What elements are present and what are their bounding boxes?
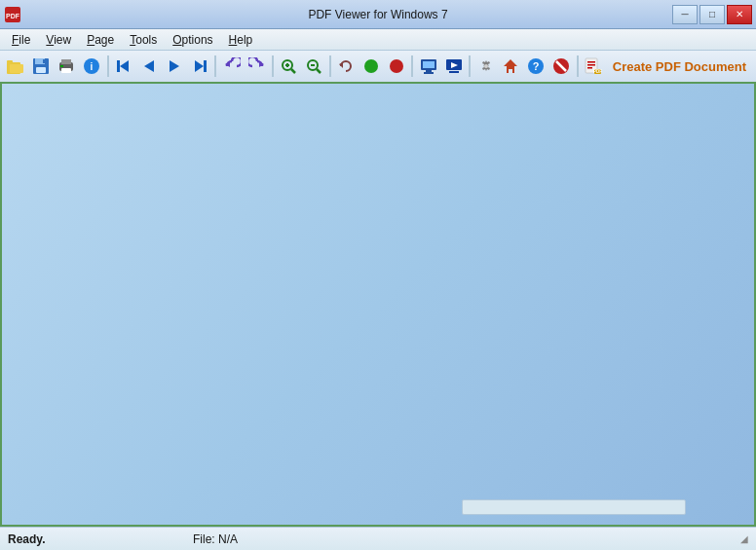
rotate-left-button[interactable]: [334, 54, 359, 79]
svg-rect-7: [36, 67, 46, 73]
svg-point-32: [390, 59, 403, 73]
window-controls: ─ □ ✕: [672, 5, 752, 24]
svg-line-29: [317, 69, 321, 73]
separator-1: [107, 55, 109, 77]
svg-rect-34: [423, 61, 435, 68]
svg-text:PDF: PDF: [6, 13, 20, 19]
title-text: PDF Viewer for Windows 7: [0, 8, 756, 21]
forward-button[interactable]: [162, 54, 186, 79]
svg-marker-16: [120, 60, 129, 72]
menu-view[interactable]: View: [38, 31, 79, 49]
home-button[interactable]: [499, 54, 523, 79]
svg-point-31: [364, 59, 378, 73]
menu-bar: File View Page Tools Options Help: [0, 29, 756, 51]
separator-6: [469, 55, 471, 77]
separator-7: [577, 55, 579, 77]
svg-marker-18: [170, 60, 179, 72]
last-page-button[interactable]: [187, 54, 211, 79]
svg-rect-4: [10, 64, 23, 73]
menu-page[interactable]: Page: [79, 31, 122, 49]
svg-rect-36: [424, 72, 434, 74]
svg-text:PDF: PDF: [593, 69, 602, 74]
restore-button[interactable]: □: [699, 5, 725, 24]
svg-rect-10: [61, 59, 71, 64]
svg-rect-39: [449, 71, 459, 73]
separator-5: [411, 55, 413, 77]
svg-rect-48: [587, 64, 595, 66]
fullscreen-button[interactable]: [416, 54, 440, 79]
separator-4: [329, 55, 331, 77]
status-file-text: File: N/A: [193, 532, 563, 546]
first-page-button[interactable]: [112, 54, 136, 79]
menu-tools[interactable]: Tools: [122, 31, 165, 49]
svg-rect-11: [61, 68, 71, 73]
menu-options[interactable]: Options: [165, 31, 220, 49]
title-bar: PDF PDF Viewer for Windows 7 ─ □ ✕: [0, 0, 756, 29]
info-button[interactable]: i: [80, 54, 104, 79]
svg-text:i: i: [91, 61, 94, 72]
open-button[interactable]: [4, 54, 28, 79]
svg-rect-47: [587, 61, 595, 63]
svg-rect-8: [43, 59, 45, 63]
svg-rect-19: [204, 60, 207, 72]
svg-rect-49: [587, 67, 592, 69]
scroll-indicator: [462, 499, 686, 515]
svg-line-26: [291, 69, 295, 73]
svg-point-40: [484, 64, 488, 68]
svg-marker-20: [195, 60, 204, 72]
cancel-button[interactable]: [549, 54, 574, 79]
svg-marker-17: [144, 60, 154, 72]
settings-button[interactable]: [473, 54, 498, 79]
menu-help[interactable]: Help: [221, 31, 261, 49]
redo-button[interactable]: [245, 54, 269, 79]
help-button[interactable]: ?: [524, 54, 548, 79]
save-button[interactable]: [29, 54, 54, 79]
status-bar: Ready. File: N/A ◢: [0, 527, 756, 550]
menu-file[interactable]: File: [4, 31, 38, 49]
svg-rect-15: [117, 60, 120, 72]
toolbar: i: [0, 51, 756, 84]
svg-marker-41: [504, 59, 517, 73]
pdf-small-button[interactable]: PDF: [582, 54, 606, 79]
resize-grip-icon: ◢: [563, 533, 748, 544]
undo-button[interactable]: [219, 54, 244, 79]
print-button[interactable]: [55, 54, 79, 79]
app-icon: PDF: [4, 6, 21, 23]
separator-3: [272, 55, 274, 77]
svg-rect-3: [7, 60, 13, 63]
stop-circle-button[interactable]: [385, 54, 409, 79]
slideshow-button[interactable]: [441, 54, 466, 79]
main-area: [0, 84, 756, 527]
status-ready-text: Ready.: [8, 532, 193, 546]
title-bar-left: PDF: [4, 6, 21, 23]
zoom-out-button[interactable]: [302, 54, 326, 79]
svg-rect-12: [60, 65, 63, 67]
zoom-in-button[interactable]: [277, 54, 301, 79]
minimize-button[interactable]: ─: [672, 5, 698, 24]
separator-2: [214, 55, 216, 77]
back-button[interactable]: [137, 54, 162, 79]
fit-page-button[interactable]: [359, 54, 384, 79]
create-pdf-link[interactable]: Create PDF Document: [607, 57, 752, 76]
svg-text:?: ?: [533, 60, 540, 72]
close-button[interactable]: ✕: [727, 5, 752, 24]
